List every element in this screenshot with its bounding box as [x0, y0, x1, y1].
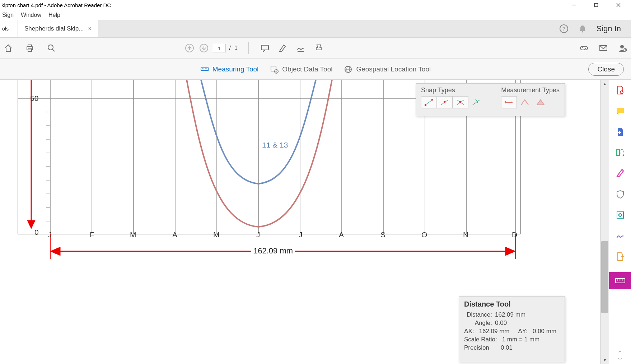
optimize-icon[interactable] — [615, 210, 626, 220]
edit-pdf-icon[interactable] — [615, 168, 626, 179]
menu-window[interactable]: Window — [21, 12, 41, 18]
meas-perimeter-button[interactable] — [517, 96, 533, 108]
page-current-input[interactable] — [213, 44, 226, 52]
svg-rect-70 — [617, 150, 620, 155]
sign-in-link[interactable]: Sign In — [597, 24, 621, 33]
svg-line-11 — [52, 49, 55, 51]
svg-rect-82 — [444, 101, 445, 103]
precision-value: 0.01 — [501, 344, 513, 351]
dx-value: 162.09 mm — [479, 328, 509, 335]
convert-icon[interactable] — [615, 251, 626, 262]
dx-label: ΔX: — [464, 328, 474, 335]
x-tick-M2: M — [213, 230, 220, 239]
mail-icon[interactable] — [598, 43, 609, 53]
page-up-icon[interactable] — [184, 43, 195, 53]
window-maximize-button[interactable] — [585, 0, 607, 10]
print-icon[interactable] — [24, 43, 35, 53]
svg-point-10 — [48, 45, 53, 50]
x-tick-D: D — [512, 230, 517, 239]
sticky-note-icon[interactable] — [615, 106, 626, 116]
x-tick-A1: A — [172, 230, 177, 239]
meas-area-button[interactable] — [533, 96, 548, 108]
object-data-tool-label: Object Data Tool — [282, 65, 332, 73]
window-close-button[interactable] — [607, 0, 630, 10]
dy-value: 0.00 mm — [533, 328, 556, 335]
close-measure-button[interactable]: Close — [588, 63, 624, 76]
x-tick-J2: J — [256, 230, 260, 239]
tab-close-icon[interactable]: × — [88, 25, 91, 32]
svg-rect-21 — [201, 68, 208, 71]
svg-marker-60 — [27, 220, 35, 229]
snap-intersect-button[interactable] — [453, 96, 468, 108]
link-icon[interactable] — [579, 43, 589, 53]
toolbar-divider — [248, 42, 249, 54]
svg-point-17 — [620, 45, 624, 48]
scroll-up-icon[interactable]: ▴ — [600, 80, 609, 88]
svg-rect-80 — [431, 99, 433, 101]
right-strip-down-icon[interactable]: ﹀ — [609, 355, 631, 364]
snap-midpoint-button[interactable] — [437, 96, 453, 108]
protect-icon[interactable] — [615, 189, 626, 200]
bell-icon[interactable] — [578, 24, 587, 33]
window-minimize-button[interactable] — [563, 0, 585, 10]
zoom-icon[interactable] — [46, 43, 57, 53]
y-tick-50: 50 — [30, 94, 38, 103]
scale-label: Scale Ratio: — [464, 336, 497, 343]
stamp-icon[interactable] — [313, 43, 324, 53]
home-icon[interactable] — [3, 43, 14, 53]
snap-types-panel[interactable]: Snap Types Measurement Types — [416, 83, 565, 116]
svg-rect-90 — [505, 101, 506, 103]
meas-distance-button[interactable] — [501, 96, 517, 108]
right-tools-strip: ︿ ﹀ — [609, 80, 631, 364]
add-person-icon[interactable] — [617, 43, 628, 53]
snap-perpendicular-button[interactable] — [468, 96, 484, 108]
tab-active[interactable]: Shepherds dial Skip... × — [18, 20, 98, 37]
svg-rect-85 — [459, 101, 461, 103]
distance-tool-title: Distance Tool — [464, 300, 560, 308]
svg-rect-8 — [28, 45, 32, 47]
geospatial-tool-tab[interactable]: Geospatial Location Tool — [344, 65, 431, 74]
measure-tool-icon[interactable] — [609, 272, 631, 289]
fill-sign-icon[interactable] — [615, 230, 626, 241]
distance-label: Distance: — [464, 311, 492, 318]
distance-value: 162.09 mm — [495, 311, 525, 318]
measurement-types-title: Measurement Types — [501, 87, 560, 94]
x-tick-J3: J — [299, 230, 303, 239]
x-tick-N: N — [463, 230, 468, 239]
svg-text:?: ? — [562, 25, 565, 32]
measurement-label: 162.09 mm — [251, 246, 295, 256]
svg-rect-1 — [595, 4, 598, 7]
snap-endpoint-button[interactable] — [421, 96, 437, 108]
svg-rect-14 — [261, 45, 268, 50]
svg-text:i: i — [276, 70, 277, 73]
highlight-icon[interactable] — [277, 43, 288, 53]
page-total: 1 — [234, 45, 238, 51]
comment-icon[interactable] — [260, 43, 270, 53]
organize-icon[interactable] — [615, 147, 626, 158]
scroll-thumb[interactable] — [601, 241, 608, 313]
angle-label: Angle: — [464, 319, 492, 327]
svg-rect-79 — [425, 104, 426, 106]
page-down-icon[interactable] — [198, 43, 209, 53]
export-pdf-icon[interactable] — [615, 126, 626, 137]
x-tick-A2: A — [339, 230, 344, 239]
object-data-tool-tab[interactable]: i Object Data Tool — [270, 65, 332, 74]
create-pdf-icon[interactable] — [615, 85, 626, 95]
curve-annotation: 11 & 13 — [262, 141, 288, 149]
sign-tool-icon[interactable] — [295, 43, 306, 53]
geospatial-tool-label: Geospatial Location Tool — [356, 65, 431, 73]
menu-help[interactable]: Help — [48, 12, 60, 18]
measuring-tool-tab[interactable]: Measuring Tool — [200, 65, 259, 74]
x-tick-F: F — [90, 230, 94, 239]
svg-marker-65 — [505, 247, 515, 256]
right-strip-up-icon[interactable]: ︿ — [609, 347, 631, 355]
menu-sign[interactable]: Sign — [2, 12, 14, 18]
svg-line-78 — [425, 100, 433, 105]
tab-partial[interactable]: ols — [0, 20, 18, 37]
svg-rect-71 — [621, 150, 624, 155]
page-separator: / — [229, 45, 231, 51]
vertical-scrollbar[interactable]: ▴ ▾ — [600, 80, 609, 364]
help-icon[interactable]: ? — [559, 24, 569, 33]
precision-label: Precision — [464, 344, 489, 351]
scroll-down-icon[interactable]: ▾ — [600, 356, 609, 364]
